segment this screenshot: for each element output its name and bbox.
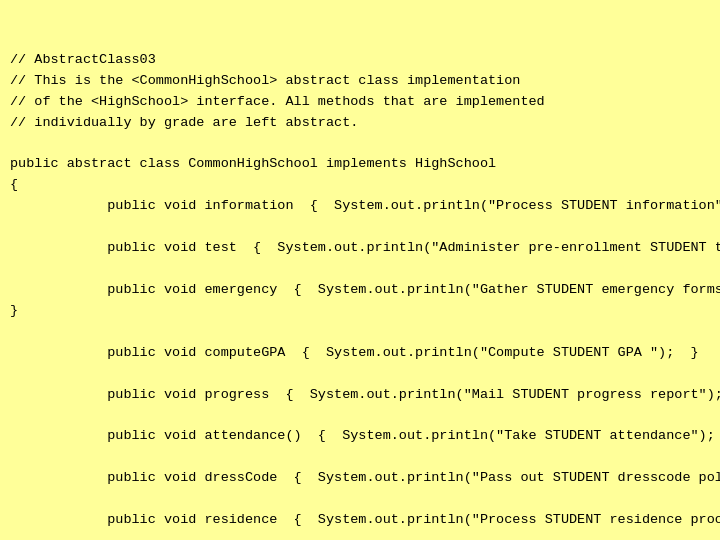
line-comment1: // AbstractClass03 [10, 52, 156, 67]
line-class-decl: public abstract class CommonHighSchool i… [10, 156, 496, 171]
line-comment3: // of the <HighSchool> interface. All me… [10, 94, 545, 109]
code-content: // AbstractClass03 // This is the <Commo… [10, 50, 710, 540]
line-information: public void information { System.out.pri… [10, 198, 720, 213]
line-comment4: // individually by grade are left abstra… [10, 115, 358, 130]
code-editor: // AbstractClass03 // This is the <Commo… [0, 0, 720, 540]
line-open-brace: { [10, 177, 18, 192]
line-residence: public void residence { System.out.print… [10, 512, 720, 527]
line-attendance: public void attendance() { System.out.pr… [10, 428, 720, 443]
line-emergency: public void emergency { System.out.print… [10, 282, 720, 297]
line-comment2: // This is the <CommonHighSchool> abstra… [10, 73, 520, 88]
line-dresscode: public void dressCode { System.out.print… [10, 470, 720, 485]
line-progress: public void progress { System.out.printl… [10, 387, 720, 402]
line-close-brace1: } [10, 303, 18, 318]
line-test: public void test { System.out.println("A… [10, 240, 720, 255]
line-computegpa: public void computeGPA { System.out.prin… [10, 345, 699, 360]
